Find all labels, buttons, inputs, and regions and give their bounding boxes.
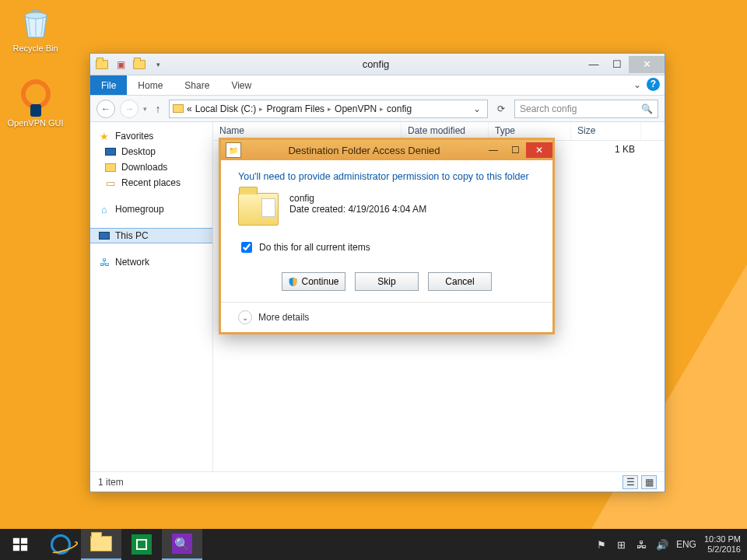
- dialog-icon: 📁: [226, 142, 241, 158]
- dialog-item-name: config: [289, 193, 426, 204]
- windows-logo-icon: [12, 536, 29, 553]
- language-indicator[interactable]: ENG: [676, 539, 696, 550]
- address-bar: ← → ▾ ↑ « Local Disk (C:)▸ Program Files…: [90, 96, 665, 122]
- qat-dropdown-icon[interactable]: ▾: [151, 58, 165, 72]
- homegroup-icon: ⌂: [98, 203, 110, 215]
- svg-rect-3: [13, 545, 19, 551]
- tab-view[interactable]: View: [220, 75, 262, 95]
- close-button[interactable]: ✕: [629, 56, 665, 73]
- search-placeholder: Search config: [520, 103, 577, 114]
- nav-network[interactable]: 🖧Network: [90, 254, 212, 270]
- maximize-button[interactable]: ☐: [605, 56, 629, 73]
- dialog-item-date: Date created: 4/19/2016 4:04 AM: [289, 204, 426, 215]
- crumb[interactable]: OpenVPN: [335, 103, 377, 114]
- recycle-bin-icon: [17, 5, 54, 42]
- desktop-icon-recycle-bin[interactable]: Recycle Bin: [6, 5, 65, 53]
- network-tray-icon[interactable]: 🖧: [636, 538, 648, 551]
- taskbar-search[interactable]: 🔍: [162, 529, 202, 560]
- dialog-close-button[interactable]: ✕: [526, 142, 552, 158]
- window-title: config: [170, 58, 582, 70]
- history-dropdown-icon[interactable]: ▾: [143, 105, 147, 113]
- tab-share[interactable]: Share: [174, 75, 220, 95]
- ribbon-tabs: File Home Share View ⌄ ?: [90, 75, 665, 96]
- nav-downloads[interactable]: Downloads: [90, 159, 212, 175]
- search-icon: 🔍: [641, 103, 653, 114]
- qat-properties-icon[interactable]: ▣: [114, 58, 128, 72]
- svg-rect-1: [13, 538, 19, 544]
- view-thumbnails-icon[interactable]: ▦: [641, 475, 657, 489]
- start-button[interactable]: [0, 529, 40, 560]
- checkbox-input[interactable]: [241, 242, 252, 253]
- breadcrumb[interactable]: « Local Disk (C:)▸ Program Files▸ OpenVP…: [169, 100, 488, 118]
- do-for-all-checkbox[interactable]: Do this for all current items: [238, 240, 535, 255]
- crumb[interactable]: Local Disk (C:): [195, 103, 257, 114]
- col-size[interactable]: Size: [571, 122, 641, 140]
- desktop-icon-label: OpenVPN GUI: [6, 118, 65, 128]
- svg-point-0: [25, 12, 47, 19]
- drive-icon: [173, 104, 184, 113]
- ie-icon: [51, 534, 71, 555]
- help-icon[interactable]: ?: [647, 78, 660, 91]
- ribbon-expand-icon[interactable]: ⌄: [633, 79, 641, 90]
- volume-icon[interactable]: 🔊: [656, 538, 668, 551]
- desktop-icon-openvpn[interactable]: OpenVPN GUI: [6, 79, 65, 128]
- search-input[interactable]: Search config 🔍: [514, 100, 658, 118]
- more-details-toggle[interactable]: ⌄ More details: [221, 302, 552, 332]
- crumb-dropdown-icon[interactable]: ⌄: [470, 103, 484, 114]
- dialog-message: You'll need to provide administrator per…: [238, 171, 535, 182]
- tray-windows-icon[interactable]: ⊞: [615, 538, 628, 551]
- store-icon: [132, 534, 152, 555]
- taskbar: 🔍 ⚑ ⊞ 🖧 🔊 ENG 10:30 PM 5/2/2016: [0, 529, 747, 560]
- cancel-button[interactable]: Cancel: [428, 272, 492, 291]
- continue-button[interactable]: Continue: [282, 272, 345, 291]
- flag-icon[interactable]: ⚑: [595, 538, 608, 551]
- item-count: 1 item: [98, 477, 124, 488]
- back-button[interactable]: ←: [96, 100, 115, 118]
- refresh-button[interactable]: ⟳: [493, 100, 510, 117]
- nav-homegroup[interactable]: ⌂Homegroup: [90, 201, 212, 217]
- taskbar-ie[interactable]: [40, 529, 81, 560]
- access-denied-dialog: 📁 Destination Folder Access Denied — ☐ ✕…: [219, 138, 555, 334]
- tab-home[interactable]: Home: [127, 75, 174, 95]
- tray-clock[interactable]: 10:30 PM 5/2/2016: [704, 534, 741, 555]
- explorer-icon: [90, 536, 112, 551]
- crumb[interactable]: config: [387, 103, 412, 114]
- desktop-icon-label: Recycle Bin: [6, 44, 65, 53]
- tab-file[interactable]: File: [90, 75, 127, 95]
- status-bar: 1 item ☰ ▦: [90, 471, 665, 492]
- titlebar[interactable]: ▣ ▾ config — ☐ ✕: [90, 54, 665, 75]
- nav-favorites[interactable]: ★Favorites: [90, 128, 212, 144]
- system-tray: ⚑ ⊞ 🖧 🔊 ENG 10:30 PM 5/2/2016: [595, 534, 747, 555]
- network-icon: 🖧: [98, 256, 110, 268]
- chevron-down-icon: ⌄: [238, 310, 252, 324]
- dialog-title: Destination Folder Access Denied: [246, 145, 482, 156]
- nav-thispc[interactable]: This PC: [90, 228, 212, 243]
- qat-newfolder-icon[interactable]: [132, 58, 146, 72]
- openvpn-icon: [17, 79, 54, 117]
- view-details-icon[interactable]: ☰: [622, 475, 638, 489]
- star-icon: ★: [98, 130, 110, 142]
- svg-rect-2: [21, 538, 27, 544]
- dialog-titlebar[interactable]: 📁 Destination Folder Access Denied — ☐ ✕: [221, 140, 552, 160]
- file-size: 1 KB: [571, 144, 641, 155]
- pc-icon: [98, 229, 110, 242]
- recent-icon: ▭: [104, 177, 117, 189]
- dialog-minimize-button[interactable]: —: [482, 142, 504, 158]
- folder-icon: [104, 161, 117, 173]
- uac-shield-icon: [288, 277, 298, 287]
- crumb[interactable]: Program Files: [266, 103, 324, 114]
- app-icon: [95, 58, 109, 72]
- up-button[interactable]: ↑: [152, 103, 164, 115]
- taskbar-store[interactable]: [121, 529, 162, 560]
- forward-button[interactable]: →: [120, 100, 139, 118]
- search-app-icon: 🔍: [172, 534, 192, 554]
- skip-button[interactable]: Skip: [355, 272, 419, 291]
- taskbar-explorer[interactable]: [81, 529, 121, 560]
- minimize-button[interactable]: —: [582, 56, 605, 73]
- desktop-icon: [104, 145, 117, 158]
- nav-desktop[interactable]: Desktop: [90, 144, 212, 159]
- svg-rect-4: [21, 545, 27, 551]
- nav-recent[interactable]: ▭Recent places: [90, 175, 212, 191]
- dialog-maximize-button[interactable]: ☐: [504, 142, 526, 158]
- folder-icon: [238, 193, 279, 226]
